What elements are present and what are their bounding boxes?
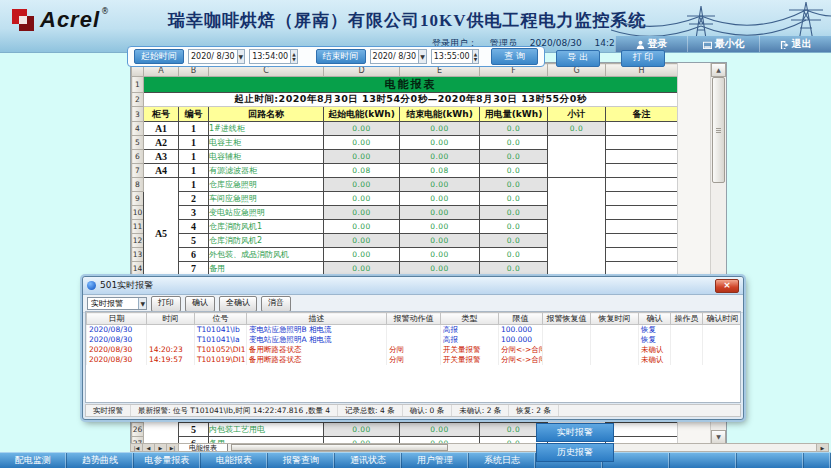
nav-item[interactable]: 电参量报表 xyxy=(134,453,201,468)
start-time-spinner[interactable]: ▲▼ xyxy=(290,50,296,63)
nav-item[interactable]: 电能报表 xyxy=(201,453,268,468)
circuit-name: 变电站应急照明 xyxy=(209,206,324,220)
status-latest-alarm: 最新报警: 位号 T101041\Ib,时间 14:22:47.816 ,数量 … xyxy=(131,405,338,416)
note-cell xyxy=(606,248,678,262)
alarm-menu-item[interactable]: 实时报警 xyxy=(536,423,614,442)
dialog-close-icon[interactable]: × xyxy=(715,279,739,293)
note-cell xyxy=(606,150,678,164)
alarm-table: 日期 时间 位号 描述 报警动作值 类型 限值 报警恢复值 恢复时间 确认 操作… xyxy=(86,312,741,365)
main-nav-bar: 配电监测趋势曲线电参量报表电能报表报警查询通讯状态用户管理系统日志 xyxy=(0,452,831,468)
nav-item[interactable]: 用户管理 xyxy=(402,453,469,468)
logo-text: Acrel xyxy=(40,7,100,33)
nav-item[interactable]: 报警查询 xyxy=(268,453,335,468)
dialog-title-bar[interactable]: 501实时报警 × xyxy=(83,277,743,295)
end-date-field[interactable]: 2020/ 8/30 ▼ xyxy=(370,49,427,64)
alarm-mute-button[interactable]: 消音 xyxy=(261,296,291,312)
report-header-cell: 小计 xyxy=(548,107,606,122)
tab-prev-icon[interactable]: ◀ xyxy=(143,444,155,451)
sheet-tab-energy-report[interactable]: 电能报表 xyxy=(179,444,228,451)
circuit-name: 内包装工艺用电 xyxy=(209,423,324,437)
exit-button[interactable]: 退出 xyxy=(759,36,831,52)
vertical-scrollbar-thumb[interactable] xyxy=(712,77,725,183)
start-time-field[interactable]: 13:54:00 ▲▼ xyxy=(249,49,297,64)
nav-item[interactable]: 配电监测 xyxy=(0,453,67,468)
circuit-name: 电容主柜 xyxy=(209,136,324,150)
horizontal-scrollbar-thumb[interactable] xyxy=(231,444,448,451)
note-cell xyxy=(606,234,678,248)
note-cell xyxy=(606,122,678,136)
circuit-name: 1#进线柜 xyxy=(209,122,324,136)
dialog-title: 501实时报警 xyxy=(100,279,715,292)
nav-item[interactable]: 系统日志 xyxy=(469,453,536,468)
alarm-row[interactable]: 2020/08/30 T101041\Ia 变电站应急照明A 相电流 高报 10… xyxy=(87,335,742,345)
cabinet-cell xyxy=(144,423,179,437)
alarm-ack-button[interactable]: 确认 xyxy=(185,296,215,312)
status-mode: 实时报警 xyxy=(86,405,131,416)
report-header-cell: 结束电能(kWh) xyxy=(400,107,480,122)
acrel-logo-icon xyxy=(10,7,36,37)
scroll-right-icon[interactable]: ▶ xyxy=(816,444,828,451)
report-row: 5 A2 1 电容主柜 0.00 0.00 0.0 xyxy=(132,136,678,150)
alarm-ack-all-button[interactable]: 全确认 xyxy=(219,296,257,312)
report-header-cell: 回路名称 xyxy=(209,107,324,122)
report-time-range: 起止时间:2020年8月30日 13时54分0秒—2020年8月30日 13时5… xyxy=(144,93,678,107)
note-cell xyxy=(606,262,678,276)
scroll-up-icon[interactable]: ▲ xyxy=(711,63,726,77)
export-button[interactable]: 导 出 xyxy=(556,50,600,67)
subtotal-cell xyxy=(548,178,606,290)
start-date-field[interactable]: 2020/ 8/30 ▼ xyxy=(188,49,245,64)
alarm-filter-select[interactable]: 实时报警 ▼ xyxy=(87,297,147,310)
alarm-row[interactable]: 2020/08/30 14:20:23 T101052\DI1 备用断路器状态 … xyxy=(87,345,742,355)
start-time-label-button[interactable]: 起始时间 xyxy=(134,49,184,64)
acrel-logo: Acrel ® xyxy=(10,7,109,37)
end-time-label-button[interactable]: 结束时间 xyxy=(316,49,366,64)
note-cell xyxy=(606,136,678,150)
tab-first-icon[interactable]: |◀ xyxy=(131,444,143,451)
row-number: 3 xyxy=(132,107,144,122)
print-button[interactable]: 打 印 xyxy=(621,50,665,67)
report-row: 4 A1 1 1#进线柜 0.00 0.00 0.0 0.0 xyxy=(132,122,678,136)
app-window: Acrel ® 瑞幸咖啡烘焙（屏南）有限公司10KV供电工程电力监控系统 登录用… xyxy=(0,0,831,468)
note-cell xyxy=(606,423,678,437)
status-record-count: 记录总数: 4 条 xyxy=(338,405,403,416)
report-header-cell: 编号 xyxy=(179,107,209,122)
logo-registered-mark: ® xyxy=(101,7,109,16)
subtotal-cell xyxy=(548,136,606,178)
scroll-down-icon[interactable]: ▼ xyxy=(711,430,726,444)
end-date-dropdown-icon[interactable]: ▼ xyxy=(418,50,426,63)
report-table: A B C D E F G H 1 电能报表 2 起止时间:2020年8月30日… xyxy=(131,63,678,290)
alarm-print-button[interactable]: 打印 xyxy=(151,296,181,312)
tab-last-icon[interactable]: ▶| xyxy=(167,444,179,451)
query-button[interactable]: 查 询 xyxy=(491,48,538,65)
note-cell xyxy=(606,206,678,220)
alarm-menu-item[interactable]: 历史报警 xyxy=(536,443,614,462)
nav-item[interactable]: 趋势曲线 xyxy=(67,453,134,468)
alarm-row[interactable]: 2020/08/30 T101041\Ib 变电站应急照明B 相电流 高报 10… xyxy=(87,325,742,336)
alarm-menu-popup: 实时报警历史报警 xyxy=(536,423,614,463)
subtotal-cell: 0.0 xyxy=(548,122,606,136)
note-cell xyxy=(606,220,678,234)
status-unack-count: 未确认: 2 条 xyxy=(452,405,509,416)
report-header-cell: 柜号 xyxy=(144,107,179,122)
start-date-dropdown-icon[interactable]: ▼ xyxy=(237,50,245,63)
cabinet-cell: A4 xyxy=(144,164,179,178)
minimize-button[interactable]: 最小化 xyxy=(687,36,759,52)
horizontal-scrollbar[interactable] xyxy=(228,444,816,451)
report-row: 8 A5 1 仓库应急照明 0.00 0.00 0.0 xyxy=(132,178,678,192)
alarm-status-bar: 实时报警 最新报警: 位号 T101041\Ib,时间 14:22:47.816… xyxy=(85,404,741,417)
cabinet-cell: A2 xyxy=(144,136,179,150)
tab-next-icon[interactable]: ▶ xyxy=(155,444,167,451)
circuit-name: 仓库消防风机2 xyxy=(209,234,324,248)
end-time-spinner[interactable]: ▲▼ xyxy=(472,50,478,63)
nav-item[interactable]: 通讯状态 xyxy=(335,453,402,468)
circuit-name: 仓库消防风机1 xyxy=(209,220,324,234)
alarm-row[interactable]: 2020/08/30 14:19:57 T101019\DI1 备用断路器状态 … xyxy=(87,355,742,365)
nav-empty-segment xyxy=(670,453,737,468)
note-cell xyxy=(606,164,678,178)
chevron-down-icon[interactable]: ▼ xyxy=(138,298,146,309)
alarm-header-row: 日期 时间 位号 描述 报警动作值 类型 限值 报警恢复值 恢复时间 确认 操作… xyxy=(87,313,742,325)
end-time-field[interactable]: 13:55:00 ▲▼ xyxy=(431,49,479,64)
report-title: 电能报表 xyxy=(144,77,678,93)
circuit-name: 有源滤波器柜 xyxy=(209,164,324,178)
circuit-name: 车间应急照明 xyxy=(209,192,324,206)
